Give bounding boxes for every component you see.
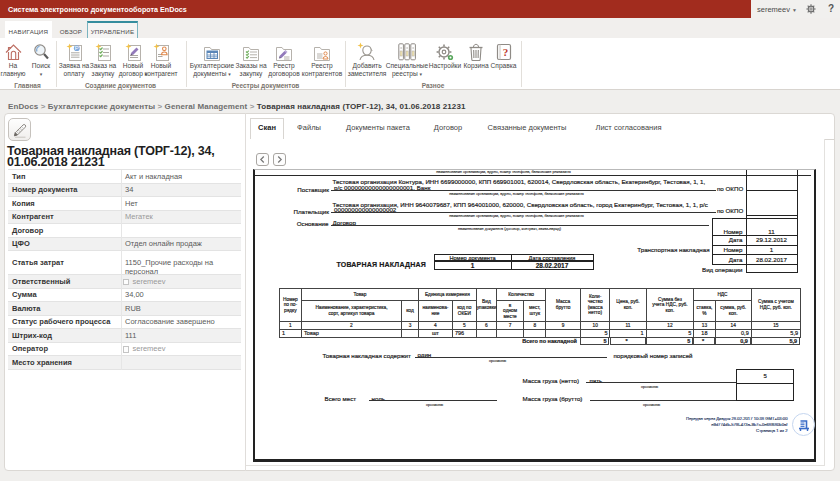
svg-text:P: P (74, 45, 78, 51)
svg-text:?: ? (502, 46, 508, 58)
